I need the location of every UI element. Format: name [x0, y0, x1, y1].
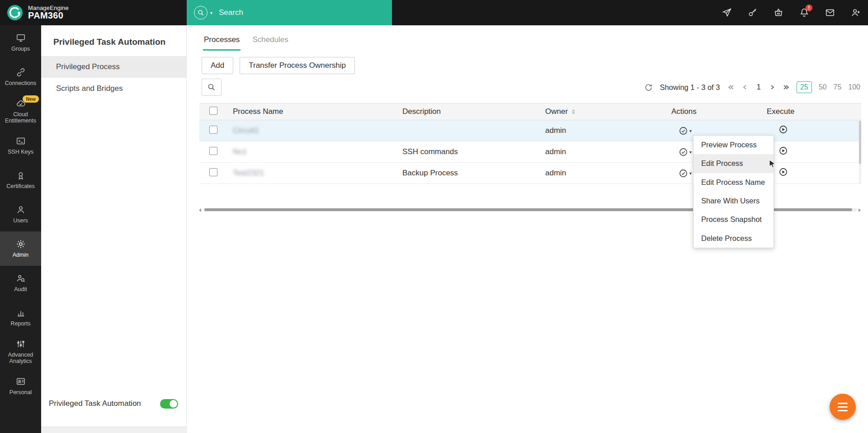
admin-gear-icon — [16, 239, 26, 249]
tab-bar: Processes Schedules — [203, 33, 289, 51]
sidebar-item-label: SSH Keys — [8, 149, 33, 155]
sidebar-item-connections[interactable]: Connections — [0, 60, 41, 94]
sort-icon[interactable] — [571, 108, 576, 115]
hscroll-right-arrow-icon[interactable] — [859, 208, 861, 212]
toolbar: Add Transfer Process Ownership — [202, 57, 355, 74]
actions-context-menu: Preview Process Edit Process Edit Proces… — [693, 135, 774, 248]
menu-item-edit-process-name[interactable]: Edit Process Name — [693, 173, 774, 192]
secondary-sidebar: Privileged Task Automation Privileged Pr… — [41, 25, 187, 433]
page-size-50[interactable]: 50 — [819, 83, 827, 91]
process-owner: admin — [545, 126, 671, 135]
notification-alert-badge: ! — [806, 5, 812, 11]
global-search-bar: ▾ — [187, 0, 392, 25]
menu-item-share-with-users[interactable]: Share With Users — [693, 192, 774, 210]
row-checkbox[interactable] — [209, 147, 217, 155]
sidebar-item-groups[interactable]: Groups — [0, 25, 41, 60]
floating-menu-button[interactable] — [830, 394, 856, 420]
process-name[interactable]: Test2321 — [233, 169, 402, 178]
tab-schedules[interactable]: Schedules — [251, 33, 289, 51]
audit-icon — [16, 273, 26, 283]
refresh-icon[interactable] — [644, 83, 653, 92]
process-name[interactable]: No1 — [233, 147, 402, 156]
transfer-process-ownership-button[interactable]: Transfer Process Ownership — [240, 57, 355, 74]
sidebar-item-label: Audit — [14, 286, 27, 292]
row-checkbox[interactable] — [209, 126, 217, 134]
actions-caret-icon[interactable]: ▾ — [689, 150, 692, 155]
primary-sidebar: Groups Connections New Cloud Entitlement… — [0, 25, 41, 433]
actions-caret-icon[interactable]: ▾ — [689, 128, 692, 133]
first-page-button[interactable] — [727, 84, 735, 91]
column-header-process-name[interactable]: Process Name — [233, 107, 402, 116]
pagination: Showing 1 - 3 of 3 1 25 50 75 100 — [644, 79, 860, 96]
advanced-analytics-icon — [16, 339, 26, 349]
sidebar-item-label: Admin — [13, 252, 28, 258]
sidebar-item-admin[interactable]: Admin — [0, 231, 41, 266]
actions-menu-button[interactable] — [679, 126, 688, 136]
execute-button[interactable] — [778, 125, 788, 134]
feature-toggle-row: Privileged Task Automation — [41, 393, 186, 414]
search-icon[interactable] — [194, 6, 208, 19]
menu-item-process-snapshot[interactable]: Process Snapshot — [693, 210, 774, 229]
sidebar-item-personal[interactable]: Personal — [0, 369, 41, 403]
page-size-75[interactable]: 75 — [834, 83, 842, 91]
current-page[interactable]: 1 — [755, 83, 761, 92]
sidebar-item-certificates[interactable]: Certificates — [0, 163, 41, 197]
menu-item-edit-process[interactable]: Edit Process — [693, 154, 774, 173]
owner-header-label: Owner — [545, 107, 568, 116]
process-owner: admin — [545, 169, 671, 178]
hscroll-left-arrow-icon[interactable] — [199, 208, 201, 212]
sidebar-item-advanced-analytics[interactable]: Advanced Analytics — [0, 334, 41, 369]
sidebar-item-users[interactable]: Users — [0, 197, 41, 231]
add-button[interactable]: Add — [202, 57, 233, 74]
ssh-keys-icon — [16, 136, 26, 146]
panel-item-privileged-process[interactable]: Privileged Process — [41, 56, 186, 78]
panel-item-scripts-and-bridges[interactable]: Scripts and Bridges — [41, 78, 186, 99]
process-name[interactable]: Circuit1 — [233, 126, 402, 135]
vscroll-thumb[interactable] — [859, 121, 861, 164]
brand-logo[interactable]: ManageEngine PAM360 — [6, 0, 69, 25]
user-account-icon[interactable] — [851, 8, 861, 18]
reports-icon — [16, 308, 26, 318]
table-header-row: Process Name Description Owner Actions E… — [199, 103, 861, 120]
panel-bottom-strip — [41, 427, 186, 433]
next-page-button[interactable] — [769, 84, 776, 91]
column-header-execute: Execute — [767, 107, 861, 116]
brand-text: ManageEngine PAM360 — [28, 5, 69, 21]
page-size-25[interactable]: 25 — [797, 81, 812, 93]
actions-menu-button[interactable] — [679, 147, 688, 157]
resource-basket-icon[interactable] — [774, 8, 783, 18]
table-search-button[interactable] — [202, 79, 222, 96]
menu-item-preview-process[interactable]: Preview Process — [693, 136, 774, 154]
process-description: SSH commands — [402, 147, 545, 156]
menu-item-delete-process[interactable]: Delete Process — [693, 229, 774, 247]
sidebar-item-ssh-keys[interactable]: SSH Keys — [0, 128, 41, 163]
mail-icon[interactable] — [825, 8, 835, 18]
quick-access-icon[interactable] — [722, 8, 732, 18]
column-header-owner[interactable]: Owner — [545, 107, 671, 116]
certificates-icon — [16, 170, 26, 180]
page-size-100[interactable]: 100 — [848, 83, 860, 91]
execute-button[interactable] — [778, 167, 788, 177]
sidebar-item-cloud-entitlements[interactable]: New Cloud Entitlements — [0, 94, 41, 128]
previous-page-button[interactable] — [741, 84, 749, 91]
row-checkbox[interactable] — [209, 168, 217, 176]
notifications-bell-icon[interactable]: ! — [799, 8, 809, 18]
tab-processes[interactable]: Processes — [203, 33, 241, 51]
vertical-scrollbar[interactable] — [859, 121, 861, 184]
search-scope-caret-icon[interactable]: ▾ — [210, 10, 212, 15]
last-page-button[interactable] — [783, 84, 790, 91]
process-description: Backup Process — [402, 169, 545, 178]
password-request-icon[interactable] — [748, 8, 758, 18]
select-all-checkbox[interactable] — [209, 107, 217, 115]
sidebar-item-label: Certificates — [6, 183, 35, 189]
privileged-task-automation-toggle[interactable] — [160, 399, 178, 409]
sidebar-item-label: Personal — [9, 389, 32, 395]
new-badge: New — [23, 95, 39, 103]
column-header-description[interactable]: Description — [402, 107, 545, 116]
global-search-input[interactable] — [219, 8, 368, 17]
execute-button[interactable] — [778, 146, 788, 155]
sidebar-item-reports[interactable]: Reports — [0, 300, 41, 334]
actions-caret-icon[interactable]: ▾ — [689, 171, 692, 176]
actions-menu-button[interactable] — [679, 169, 688, 178]
sidebar-item-audit[interactable]: Audit — [0, 266, 41, 300]
